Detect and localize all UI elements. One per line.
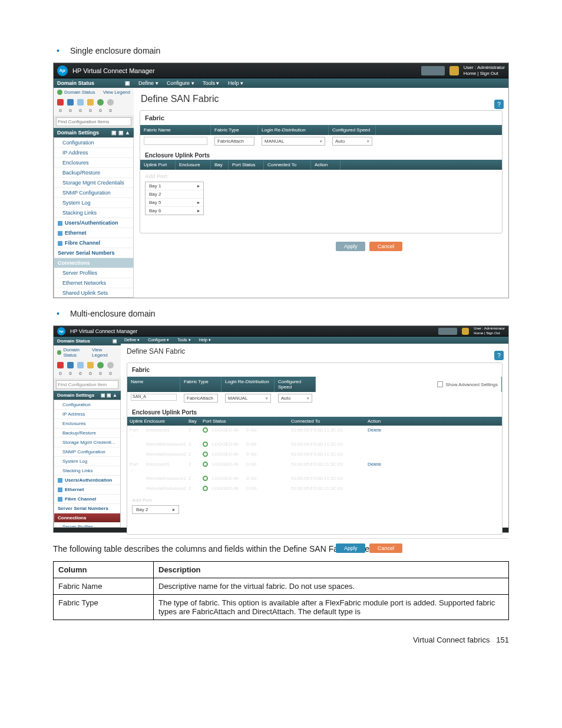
- col-bay: Bay: [211, 160, 229, 170]
- status-ok-icon: [203, 427, 208, 433]
- nav-fibre-channel[interactable]: Fibre Channel: [54, 238, 133, 248]
- fabric-name-input[interactable]: SAN_A: [131, 394, 177, 401]
- main-content: Define ▾ Configure ▾ Tools ▾ Help ▾ Defi…: [134, 78, 508, 298]
- warning-icon: [87, 99, 94, 106]
- signout-link[interactable]: Sign Out: [486, 331, 500, 335]
- menubar: Define ▾ Configure ▾ Tools ▾ Help ▾: [134, 78, 508, 88]
- search-input[interactable]: [56, 117, 131, 126]
- nav-ethernet-networks[interactable]: Ethernet Networks: [54, 278, 133, 288]
- nav-storage-mgmt[interactable]: Storage Mgmt Credentials: [54, 178, 133, 188]
- col-enclosure: Enclosure: [176, 160, 211, 170]
- unknown-icon: [107, 99, 114, 106]
- alert-icon[interactable]: [449, 66, 459, 75]
- menu-help[interactable]: Help ▾: [228, 80, 243, 86]
- domain-settings-header: Domain Settings ▣ ▣ ▲: [54, 128, 134, 137]
- help-button[interactable]: ?: [494, 351, 504, 360]
- hp-logo-icon: hp: [57, 65, 68, 76]
- fabric-panel: Fabric Fabric Name Fabric Type Login Re-…: [140, 110, 503, 233]
- menu-define[interactable]: Define ▾: [138, 80, 158, 86]
- bullet-multi: • Multi-enclosure domain: [53, 309, 509, 318]
- hp-logo-icon: hp: [57, 327, 65, 335]
- search-input[interactable]: [56, 380, 118, 389]
- cancel-button[interactable]: Cancel: [369, 543, 402, 553]
- col-port-status: Port Status: [229, 160, 264, 170]
- sidebar: Domain Status ▣ Domain Status View Legen…: [54, 78, 134, 298]
- info2-icon: [77, 99, 84, 106]
- bullet-icon: •: [57, 309, 59, 318]
- nav-stacking-links[interactable]: Stacking Links: [54, 208, 133, 218]
- fabric-panel-title: Fabric: [140, 111, 502, 125]
- nav-shared-uplink[interactable]: Shared Uplink Sets: [54, 288, 133, 298]
- col-connected-to: Connected To: [264, 160, 311, 170]
- menu-tools[interactable]: Tools ▾: [203, 80, 220, 86]
- chevron-down-icon: ▾: [320, 139, 322, 144]
- toolbar-icons[interactable]: ▣ ▣ ▲: [111, 130, 130, 136]
- cancel-button[interactable]: Cancel: [369, 242, 402, 251]
- uplink-table: Uplink Enclosure Bay Port Status Connect…: [127, 417, 502, 494]
- help-button[interactable]: ?: [494, 100, 504, 109]
- collapse-icon[interactable]: ▣: [113, 338, 117, 344]
- alert-icon[interactable]: [462, 328, 469, 335]
- show-advanced-checkbox[interactable]: Show Advanced Settings: [437, 381, 498, 387]
- add-port-dropdown[interactable]: Bay 1▸ Bay 2 Bay 5▸ Bay 6▸: [145, 182, 204, 215]
- speed-select[interactable]: Auto▾: [332, 137, 372, 146]
- apply-button[interactable]: Apply: [336, 543, 366, 553]
- nav-snmp[interactable]: SNMP Configuration: [54, 188, 133, 198]
- app-title: HP Virtual Connect Manager: [70, 328, 137, 334]
- col-action: Action: [311, 160, 340, 170]
- app-header: hp HP Virtual Connect Manager User : Adm…: [54, 63, 508, 78]
- screenshot-multi-enclosure: hp HP Virtual Connect Manager User : Adm…: [53, 325, 509, 533]
- bullet-text: Single enclosure domain: [70, 46, 160, 55]
- add-port-label: Add Port: [140, 170, 502, 180]
- arrow-right-icon: ▸: [197, 200, 200, 205]
- header-graphic-icon: [438, 328, 457, 335]
- toolbar-icons[interactable]: ▣ ▣ ▲: [101, 393, 117, 398]
- nav-server-serial[interactable]: Server Serial Numbers: [54, 248, 133, 258]
- screenshot-single-enclosure: hp HP Virtual Connect Manager User : Adm…: [53, 62, 509, 298]
- nav-ip-address[interactable]: IP Address: [54, 148, 133, 158]
- signout-link[interactable]: Sign Out: [480, 71, 498, 76]
- collapse-icon[interactable]: ▣: [125, 80, 130, 86]
- nav-connections[interactable]: Connections: [54, 258, 133, 268]
- fabric-type-select[interactable]: FabricAttach: [214, 137, 254, 146]
- nav-system-log[interactable]: System Log: [54, 198, 133, 208]
- home-link[interactable]: Home: [474, 331, 483, 335]
- domain-status-link[interactable]: Domain Status: [64, 90, 95, 95]
- col-fabric-type: Fabric Type: [211, 125, 258, 135]
- arrow-right-icon: ▸: [197, 183, 200, 189]
- login-redist-select[interactable]: MANUAL▾: [262, 137, 325, 146]
- domain-status-header: Domain Status ▣: [54, 78, 134, 88]
- nav-configuration[interactable]: Configuration: [54, 138, 133, 148]
- nav-users-auth[interactable]: Users/Authentication: [54, 218, 133, 228]
- home-link[interactable]: Home: [464, 71, 476, 76]
- fabric-name-input[interactable]: [144, 137, 207, 145]
- nav-server-profiles[interactable]: Server Profiles: [54, 268, 133, 278]
- col-uplink-port: Uplink Port: [140, 160, 176, 170]
- error-icon: [57, 99, 64, 106]
- description-table: Column Description Fabric Name Descripti…: [53, 561, 509, 620]
- header-user-links: User : Administrator Home | Sign Out: [464, 65, 505, 76]
- app-title: HP Virtual Connect Manager: [72, 67, 155, 74]
- nav-enclosures[interactable]: Enclosures: [54, 158, 133, 168]
- status-icons: [54, 97, 134, 108]
- col-fabric-name: Fabric Name: [140, 125, 211, 135]
- chevron-down-icon: ▾: [367, 139, 369, 144]
- page-footer: Virtual Connect fabrics 151: [53, 635, 509, 644]
- ok-icon: [97, 99, 104, 106]
- add-port-dropdown[interactable]: Bay 2▸: [132, 505, 179, 514]
- col-login-redist: Login Re-Distribution: [258, 125, 329, 135]
- header-graphic-icon: [421, 66, 445, 75]
- view-legend-link[interactable]: View Legend: [103, 90, 130, 95]
- delete-link[interactable]: Delete: [365, 426, 401, 440]
- bullet-single: • Single enclosure domain: [53, 46, 509, 55]
- apply-button[interactable]: Apply: [336, 242, 366, 251]
- menu-configure[interactable]: Configure ▾: [167, 80, 194, 86]
- table-row: Fabric Type The type of fabric. This opt…: [54, 594, 509, 620]
- page-title: Define SAN Fabric: [134, 88, 508, 107]
- nav-ethernet[interactable]: Ethernet: [54, 228, 133, 238]
- uplink-subhead: Enclosure Uplink Ports: [140, 147, 502, 160]
- delete-link[interactable]: Delete: [365, 460, 401, 474]
- info1-icon: [67, 99, 74, 106]
- nav-backup-restore[interactable]: Backup/Restore: [54, 168, 133, 178]
- col-header-description: Description: [154, 561, 509, 578]
